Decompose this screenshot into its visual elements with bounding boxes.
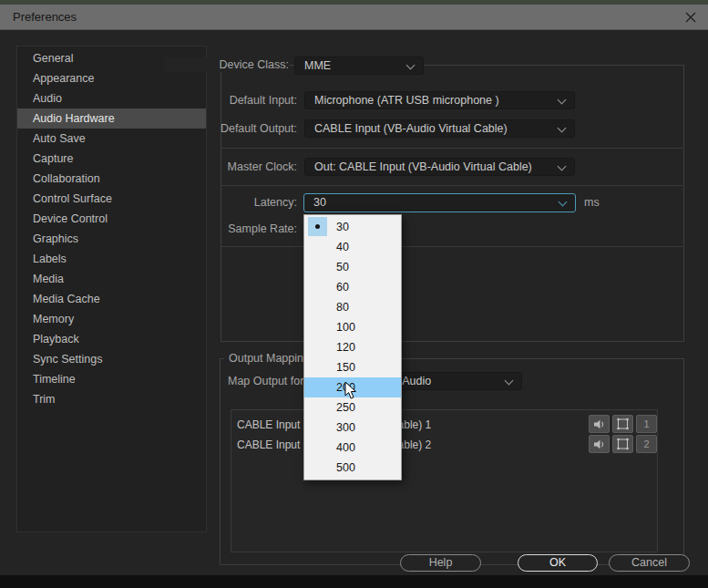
latency-option[interactable]: 500: [304, 458, 401, 478]
speaker-icon: [593, 439, 606, 449]
latency-option[interactable]: 80: [304, 297, 401, 317]
ok-button[interactable]: OK: [518, 554, 598, 572]
latency-option[interactable]: 30: [304, 217, 401, 237]
sidebar-item-label: Media: [33, 273, 64, 285]
chevron-down-icon: [558, 96, 567, 105]
default-output-value: CABLE Input (VB-Audio Virtual Cable): [314, 120, 508, 137]
channel-map-icon: [616, 438, 630, 450]
sidebar-item[interactable]: Playback: [17, 329, 206, 349]
latency-label: Latency:: [164, 195, 297, 210]
device-class-dropdown[interactable]: MME: [294, 57, 424, 75]
sidebar-item-label: Sync Settings: [33, 353, 102, 366]
latency-option-label: 100: [336, 321, 355, 334]
titlebar: Preferences: [0, 5, 708, 30]
latency-option[interactable]: 100: [304, 317, 401, 337]
default-output-dropdown[interactable]: CABLE Input (VB-Audio Virtual Cable): [304, 119, 575, 138]
sidebar-item-label: Memory: [33, 313, 74, 325]
default-input-dropdown[interactable]: Microphone (ATR USB microphone ): [304, 91, 575, 109]
speaker-icon-button[interactable]: [589, 435, 610, 453]
mouse-cursor-icon: [344, 381, 357, 404]
sidebar-item-label: Auto Save: [33, 132, 86, 145]
latency-value: 30: [313, 194, 326, 211]
sidebar-item[interactable]: Trim: [17, 389, 206, 409]
output-channel-list: CABLE Input (VB-Audio Virtual Cable) 1: [231, 409, 658, 552]
sidebar-item-label: Labels: [33, 253, 67, 265]
latency-option[interactable]: 150: [304, 357, 401, 377]
channel-number-button[interactable]: 2: [636, 435, 657, 453]
sidebar-item[interactable]: Timeline: [17, 369, 206, 389]
output-mapping-group-label: Output Mapping: [224, 352, 314, 365]
latency-option-label: 50: [336, 261, 349, 273]
latency-dropdown-list: 30 40 50 60 80 100 120: [303, 214, 402, 480]
sidebar-item-label: General: [33, 52, 73, 65]
channel-number-button[interactable]: 1: [636, 415, 657, 433]
latency-option-label: 30: [336, 221, 349, 233]
preferences-category-list: General Appearance Audio Audio Hardware …: [16, 46, 207, 532]
output-channel-row: CABLE Input (VB-Audio Virtual Cable) 2: [231, 435, 657, 455]
master-clock-dropdown[interactable]: Out: CABLE Input (VB-Audio Virtual Cable…: [304, 158, 575, 176]
latency-option-label: 400: [336, 441, 355, 454]
channel-map-icon-button[interactable]: [612, 435, 633, 453]
sidebar-item-label: Audio: [33, 92, 62, 105]
sidebar-item-label: Device Control: [33, 212, 108, 225]
speaker-icon: [593, 419, 606, 429]
channel-map-icon: [616, 418, 630, 430]
channel-buttons: 1: [589, 415, 657, 433]
sample-rate-label: Sample Rate:: [164, 222, 297, 236]
latency-option[interactable]: 400: [304, 438, 401, 458]
window-title: Preferences: [13, 5, 77, 30]
chevron-down-icon: [559, 198, 568, 207]
latency-option[interactable]: 50: [304, 257, 401, 277]
latency-option-label: 80: [336, 301, 349, 314]
default-output-label: Default Output:: [164, 121, 297, 136]
latency-option-label: 40: [336, 241, 349, 253]
latency-option[interactable]: 300: [304, 418, 401, 438]
chevron-down-icon: [406, 61, 416, 70]
divider: [221, 185, 682, 186]
sidebar-item[interactable]: Memory: [17, 309, 206, 329]
latency-option-label: 120: [336, 341, 355, 354]
sidebar-item-label: Appearance: [33, 72, 94, 85]
device-class-value: MME: [304, 57, 331, 74]
sidebar-item[interactable]: Sync Settings: [17, 349, 206, 369]
divider: [221, 246, 682, 247]
channel-buttons: 2: [589, 435, 657, 453]
chevron-down-icon: [558, 124, 567, 133]
sidebar-item-label: Control Surface: [33, 192, 112, 205]
default-input-label: Default Input:: [164, 93, 297, 108]
latency-option[interactable]: 60: [304, 277, 401, 297]
latency-unit-label: ms: [584, 195, 600, 210]
selected-radio-icon: [308, 217, 327, 236]
dialog-bottom-edge: [0, 575, 708, 588]
default-input-value: Microphone (ATR USB microphone ): [314, 92, 499, 108]
speaker-icon-button[interactable]: [589, 415, 610, 433]
cancel-button[interactable]: Cancel: [609, 554, 690, 572]
sidebar-item[interactable]: Media: [17, 269, 206, 289]
latency-option-label: 150: [336, 361, 355, 374]
latency-dropdown[interactable]: 30: [303, 193, 576, 212]
sidebar-item-label: Collaboration: [33, 172, 100, 185]
output-channel-row: CABLE Input (VB-Audio Virtual Cable) 1: [231, 415, 657, 435]
sidebar-item-label: Audio Hardware: [33, 112, 115, 125]
chevron-down-icon: [505, 377, 514, 386]
chevron-down-icon: [558, 162, 567, 171]
sidebar-item-label: Playback: [33, 333, 79, 346]
sidebar-item-label: Timeline: [33, 373, 76, 386]
close-button[interactable]: [679, 8, 703, 26]
sidebar-item[interactable]: Media Cache: [17, 289, 206, 309]
channel-map-icon-button[interactable]: [612, 415, 633, 433]
sidebar-item-label: Trim: [33, 393, 56, 406]
device-class-label: Device Class:: [164, 57, 289, 72]
master-clock-value: Out: CABLE Input (VB-Audio Virtual Cable…: [314, 159, 532, 175]
sidebar-item-label: Graphics: [33, 232, 78, 245]
latency-option[interactable]: 40: [304, 237, 401, 257]
close-icon: [685, 12, 696, 23]
map-output-label: Map Output for:: [228, 374, 307, 388]
master-clock-label: Master Clock:: [164, 160, 297, 174]
latency-option-label: 500: [336, 461, 355, 474]
help-button[interactable]: Help: [400, 554, 481, 572]
sidebar-item[interactable]: Labels: [17, 249, 206, 269]
latency-option[interactable]: 120: [304, 337, 401, 357]
latency-option-label: 60: [336, 281, 349, 294]
sidebar-item-label: Media Cache: [33, 293, 100, 305]
